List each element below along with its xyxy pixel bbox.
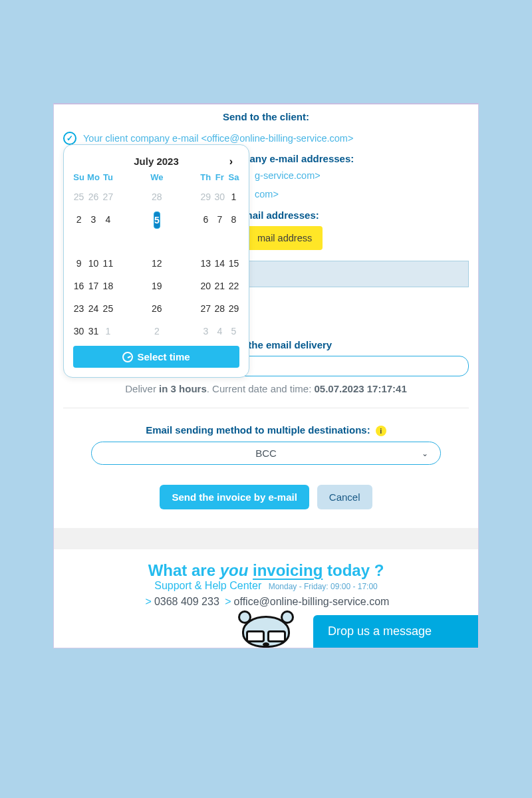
clock-icon — [122, 352, 133, 362]
calendar-day[interactable]: 4 — [102, 211, 114, 249]
other-email-2: com> — [255, 189, 279, 200]
panel-title: Send to the client: — [54, 104, 478, 132]
chevron-right-icon: > — [225, 596, 231, 607]
support-link[interactable]: Support & Help Center — [154, 580, 261, 591]
calendar-dow: We — [116, 172, 198, 182]
method-heading-text: Email sending method to multiple destina… — [146, 424, 370, 436]
calendar-day[interactable]: 2 — [116, 323, 198, 339]
other-email-1: g-service.com> — [255, 170, 321, 181]
calendar-dow: Sa — [228, 172, 239, 182]
calendar-day[interactable]: 5 — [154, 211, 160, 229]
divider-bar — [54, 528, 478, 549]
calendar-day[interactable]: 28 — [116, 189, 198, 205]
calendar-day[interactable]: 4 — [214, 323, 225, 339]
footer-tagline: What are you invoicing today ? — [54, 561, 478, 580]
calendar-day[interactable]: 26 — [87, 189, 100, 205]
calendar-grid: SuMoTuWeThFrSa25262728293012345678910111… — [73, 172, 239, 339]
calendar-month: July 2023 — [134, 156, 179, 167]
calendar-day[interactable]: 13 — [200, 255, 211, 271]
check-icon[interactable]: ✓ — [63, 132, 76, 145]
calendar-day[interactable]: 16 — [73, 278, 84, 294]
calendar-dow: Su — [73, 172, 84, 182]
calendar-day[interactable]: 12 — [116, 255, 198, 271]
calendar-dow: Mo — [87, 172, 100, 182]
extra-addresses-heading: e-mail addresses: — [225, 207, 478, 226]
calendar-day[interactable]: 6 — [200, 211, 211, 249]
send-email-panel: Send to the client: ✓ Your client compan… — [53, 103, 479, 648]
calendar-day[interactable]: 2 — [73, 211, 84, 249]
calendar-day[interactable]: 15 — [228, 255, 239, 271]
contact-line: >0368 409 233 >office@online-billing-ser… — [54, 592, 478, 614]
method-heading: Email sending method to multiple destina… — [54, 408, 478, 442]
calendar-day[interactable]: 10 — [87, 255, 100, 271]
calendar-day[interactable]: 7 — [214, 211, 225, 249]
calendar-day[interactable]: 29 — [228, 301, 239, 317]
calendar-day[interactable]: 1 — [228, 189, 239, 205]
next-month-icon[interactable]: › — [229, 156, 233, 168]
deliver-mid: . Current date and time: — [207, 383, 315, 394]
select-time-label: Select time — [137, 351, 190, 362]
tag-post: today ? — [323, 561, 384, 579]
other-addresses-heading: mpany e-mail addresses: — [225, 150, 478, 170]
calendar-day[interactable]: 23 — [73, 301, 84, 317]
calendar-day[interactable]: 17 — [87, 278, 100, 294]
calendar-dow: Fr — [214, 172, 225, 182]
add-email-button[interactable]: mail address — [247, 226, 323, 250]
calendar-day[interactable]: 28 — [214, 301, 225, 317]
tag-you: you — [220, 561, 253, 579]
deliver-now: 05.07.2023 17:17:41 — [315, 383, 407, 394]
calendar-day[interactable]: 5 — [228, 323, 239, 339]
action-row: Send the invoice by e-mail Cancel — [54, 485, 478, 528]
calendar-day[interactable]: 11 — [102, 255, 114, 271]
calendar-day[interactable]: 9 — [73, 255, 84, 271]
calendar-day[interactable]: 22 — [228, 278, 239, 294]
support-line: Support & Help Center Monday - Friday: 0… — [54, 580, 478, 592]
calendar-header: July 2023 › — [73, 153, 239, 172]
calendar-day[interactable]: 27 — [102, 189, 114, 205]
contact-email[interactable]: office@online-billing-service.com — [234, 596, 390, 607]
calendar-day[interactable]: 30 — [214, 189, 225, 205]
calendar-day[interactable]: 29 — [200, 189, 211, 205]
calendar-day[interactable]: 21 — [214, 278, 225, 294]
calendar-day[interactable]: 18 — [102, 278, 114, 294]
support-hours: Monday - Friday: 09:00 - 17:00 — [269, 582, 378, 591]
deliver-prefix: Deliver — [125, 383, 159, 394]
message-button[interactable]: Drop us a message — [313, 615, 478, 648]
client-email: Your client company e-mail <office@onlin… — [83, 133, 353, 144]
calendar-day[interactable]: 24 — [87, 301, 100, 317]
footer-bottom: Drop us a message — [54, 614, 478, 648]
tag-pre: What are — [148, 561, 220, 579]
cancel-button[interactable]: Cancel — [317, 485, 372, 509]
chevron-down-icon: ⌄ — [422, 449, 428, 458]
method-value: BCC — [255, 448, 277, 459]
calendar-day[interactable]: 3 — [87, 211, 100, 249]
calendar-day[interactable]: 14 — [214, 255, 225, 271]
send-button[interactable]: Send the invoice by e-mail — [160, 485, 309, 509]
delivery-summary: Deliver in 3 hours. Current date and tim… — [63, 376, 469, 408]
calendar-day[interactable]: 25 — [73, 189, 84, 205]
tag-inv: invoicing — [253, 561, 323, 579]
calendar-dow: Th — [200, 172, 211, 182]
calendar-day[interactable]: 3 — [200, 323, 211, 339]
calendar-day[interactable]: 20 — [200, 278, 211, 294]
calendar-day[interactable]: 31 — [87, 323, 100, 339]
deliver-eta: in 3 hours — [159, 383, 207, 394]
calendar-day[interactable]: 8 — [228, 211, 239, 249]
info-icon[interactable]: i — [376, 426, 386, 436]
select-time-button[interactable]: Select time — [73, 346, 239, 368]
date-picker: July 2023 › SuMoTuWeThFrSa25262728293012… — [63, 144, 249, 378]
calendar-day[interactable]: 26 — [116, 301, 198, 317]
calendar-day[interactable]: 27 — [200, 301, 211, 317]
calendar-dow: Tu — [102, 172, 114, 182]
calendar-day[interactable]: 30 — [73, 323, 84, 339]
chevron-right-icon: > — [146, 596, 152, 607]
phone[interactable]: 0368 409 233 — [154, 596, 219, 607]
footer: What are you invoicing today ? Support &… — [54, 549, 478, 648]
bear-mascot-icon — [237, 613, 295, 648]
calendar-day[interactable]: 25 — [102, 301, 114, 317]
method-select[interactable]: BCC ⌄ — [91, 442, 441, 465]
calendar-day[interactable]: 19 — [116, 278, 198, 294]
calendar-day[interactable]: 1 — [102, 323, 114, 339]
